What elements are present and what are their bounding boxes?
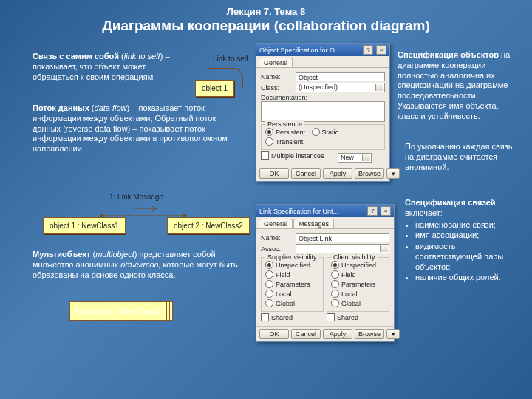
- radio-supplier-unspecified[interactable]: Unspecified: [265, 261, 310, 269]
- checkbox-shared-supplier[interactable]: Shared: [261, 313, 293, 321]
- diagram-label-link-to-self: Link to self: [213, 55, 248, 63]
- radio-static[interactable]: Static: [312, 128, 339, 136]
- diagram-object-1: object 1: [195, 80, 234, 97]
- checkbox-multiple-instances[interactable]: Multiple instances: [261, 151, 324, 160]
- input-link-name[interactable]: Object Link: [296, 233, 389, 242]
- tab-general[interactable]: General: [259, 58, 293, 67]
- cancel-button[interactable]: Cancel: [291, 168, 321, 179]
- label-assoc: Assoc:: [261, 245, 293, 253]
- select-assoc[interactable]: [296, 244, 389, 253]
- dialog-object-spec: Object Specification for O... ? × Genera…: [256, 43, 390, 182]
- ok-button[interactable]: OK: [259, 168, 289, 179]
- close-icon[interactable]: ×: [376, 45, 386, 55]
- page-title: Диаграммы кооперации (collaboration diag…: [0, 18, 532, 34]
- tab-messages[interactable]: Messages: [293, 219, 334, 228]
- close-icon[interactable]: ×: [381, 206, 391, 216]
- browse-button[interactable]: Browse: [355, 168, 384, 179]
- help-icon[interactable]: ?: [367, 206, 378, 216]
- lecture-number: Лекция 7. Тема 8: [0, 6, 532, 17]
- group-persistence: Persistent Static Transient: [261, 124, 385, 150]
- checkbox-shared-client[interactable]: Shared: [327, 313, 358, 321]
- tab-general[interactable]: General: [259, 219, 293, 228]
- text-anon-link: По умолчанию каждая связь на диаграмме с…: [405, 142, 522, 172]
- text-object-spec: Спецификация объектов на диаграмме коопе…: [398, 50, 517, 121]
- diagram-object-2-class: object 2 : NewClass2: [167, 217, 250, 234]
- select-class[interactable]: (Unspecified): [296, 83, 385, 92]
- apply-button[interactable]: Apply: [323, 168, 352, 179]
- label-class: Class:: [261, 84, 293, 92]
- browse-button[interactable]: Browse: [355, 329, 384, 339]
- diagram-multiobject: Multiobject : NewClass2: [69, 301, 173, 328]
- radio-client-parameters[interactable]: Parameters: [331, 280, 376, 288]
- radio-supplier-global[interactable]: Global: [265, 299, 295, 307]
- radio-persistent[interactable]: Persistent: [265, 128, 305, 136]
- group-supplier-visibility: Unspecified Field Parameters Local Globa…: [261, 257, 324, 312]
- radio-supplier-field[interactable]: Field: [265, 270, 290, 279]
- cancel-button[interactable]: Cancel: [291, 329, 321, 339]
- apply-button[interactable]: Apply: [323, 329, 352, 339]
- ok-button[interactable]: OK: [259, 329, 289, 339]
- radio-client-local[interactable]: Local: [331, 290, 358, 298]
- text-link-to-self: Связь с самим собой (link to self) – пок…: [33, 52, 180, 82]
- diagram-label-message: 1: Link Message: [109, 193, 163, 201]
- text-multiobject: Мультиобъект (multiobject) представляет …: [33, 250, 245, 280]
- group-client-visibility: Unspecified Field Parameters Local Globa…: [327, 257, 389, 312]
- text-link-spec: Спецификация связей включает: наименован…: [405, 198, 522, 284]
- help-icon[interactable]: ?: [363, 45, 373, 55]
- label-name: Name:: [261, 234, 293, 242]
- dialog1-titlebar[interactable]: Object Specification for O... ? ×: [256, 44, 389, 56]
- label-documentation: Documentation:: [261, 94, 385, 101]
- input-name[interactable]: Object: [296, 72, 385, 81]
- label-name: Name:: [261, 73, 293, 81]
- dropdown-icon[interactable]: ▾: [386, 168, 400, 179]
- radio-transient[interactable]: Transient: [265, 137, 303, 146]
- diagram-object-1-class: object 1 : NewClass1: [43, 217, 126, 234]
- dialog-link-spec: Link Specification for Unt... ? × Genera…: [256, 204, 395, 342]
- text-data-flow: Поток данных (data flow) – показывает по…: [33, 103, 238, 154]
- radio-supplier-local[interactable]: Local: [265, 290, 292, 298]
- radio-supplier-parameters[interactable]: Parameters: [265, 280, 310, 288]
- radio-client-global[interactable]: Global: [331, 299, 361, 307]
- textarea-documentation[interactable]: [261, 101, 385, 122]
- radio-client-unspecified[interactable]: Unspecified: [331, 261, 376, 269]
- select-new[interactable]: New: [338, 153, 372, 163]
- dropdown-icon[interactable]: ▾: [386, 329, 400, 339]
- dialog2-titlebar[interactable]: Link Specification for Unt... ? ×: [256, 205, 394, 217]
- message-arrow-icon: [99, 204, 188, 219]
- radio-client-field[interactable]: Field: [331, 270, 356, 279]
